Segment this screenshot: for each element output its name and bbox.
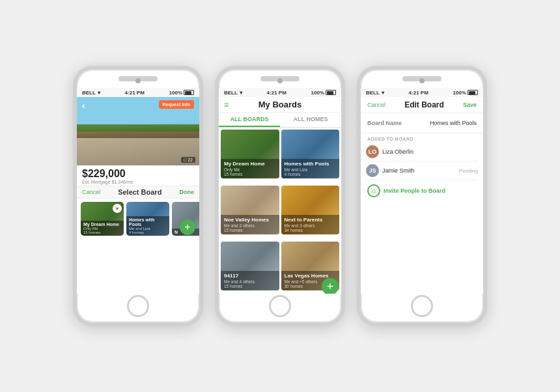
cancel-edit-button[interactable]: Cancel (367, 102, 385, 108)
bc-name-2: Homes with Pools (285, 161, 337, 167)
boards-grid: My Dream Home Only Me 15 homes Homes wit… (219, 128, 341, 294)
battery-2: 100% (311, 90, 324, 96)
bc-name-4: Next to Parents (285, 217, 337, 223)
tab-all-boards[interactable]: ALL BOARDS (219, 113, 280, 127)
bc-sub-3: Me and 2 others (224, 223, 276, 228)
battery-3: 100% (453, 90, 466, 96)
phone-camera-3 (419, 78, 425, 83)
board-small-1[interactable]: My Dream Home Only Me 15 homes ♥ (81, 202, 124, 236)
price: $229,000 (82, 168, 194, 180)
carrier-2: BELL (224, 90, 238, 96)
time-2: 4:21 PM (267, 90, 287, 96)
heart-icon: ♥ (113, 204, 122, 213)
avatar-2-initials: JS (369, 167, 376, 174)
request-info-button[interactable]: Request Info (159, 100, 194, 109)
phone2-header: ≡ My Boards (219, 97, 341, 113)
board-card-2[interactable]: Homes with Pools Me and Liza 4 homes (281, 130, 340, 178)
board-small-2-name: Homes with Pools (129, 217, 167, 227)
member-row-1: LO Liza Oberlin (366, 143, 478, 161)
member-name-1: Liza Oberlin (382, 148, 413, 155)
status-bar-3: BELL ▾ 4:21 PM 100% (361, 88, 483, 97)
hamburger-menu[interactable]: ≡ (224, 100, 229, 109)
invite-text: Invite People to Board (384, 188, 445, 194)
board-card-3[interactable]: Noe Valley Homes Me and 2 others 15 home… (221, 186, 279, 234)
member-row-2: JS Jamie Smith Pending (366, 161, 478, 180)
avatar-1-initials: LO (369, 148, 377, 155)
bc-name-5: 94117 (224, 273, 276, 279)
photo-count: □ 22 (181, 157, 195, 163)
phone-screen-3: BELL ▾ 4:21 PM 100% Cancel Edit Board Sa… (361, 88, 483, 294)
bc-homes-4: 34 homes (285, 228, 337, 232)
battery-icon-3 (468, 90, 478, 95)
avatar-1: LO (366, 145, 379, 158)
board-name-section: Board Name Homes with Pools (361, 113, 483, 133)
phones-container: BELL ▾ 4:21 PM 100% ‹ Request Info □ 22 … (73, 66, 487, 326)
bc-sub-5: Me and 4 others (224, 279, 276, 284)
bc-sub-4: Me and 3 others (285, 223, 337, 228)
cancel-select-board[interactable]: Cancel (82, 189, 100, 195)
board-card-3-overlay: Noe Valley Homes Me and 2 others 15 home… (221, 215, 279, 234)
member-name-2: Jamie Smith (382, 167, 415, 174)
board-card-1-overlay: My Dream Home Only Me 15 homes (221, 159, 279, 178)
edit-board-title: Edit Board (404, 100, 444, 109)
board-card-2-overlay: Homes with Pools Me and Liza 4 homes (281, 159, 340, 178)
bc-sub-1: Only Me (224, 167, 276, 172)
board-card-1[interactable]: My Dream Home Only Me 15 homes (221, 130, 279, 178)
time-3: 4:21 PM (409, 90, 428, 96)
battery-icon-2 (326, 90, 336, 95)
board-small-1-homes: 15 homes (83, 231, 121, 234)
bc-name-1: My Dream Home (224, 161, 276, 167)
bc-homes-3: 15 homes (224, 228, 276, 232)
bc-homes-1: 15 homes (224, 172, 276, 176)
price-section: $229,000 Est. Mortgage $1,346/mo (77, 165, 199, 186)
board-small-2[interactable]: Homes with Pools Me and Liza 4 homes (126, 202, 169, 236)
battery-1: 100% (169, 90, 182, 96)
status-bar-1: BELL ▾ 4:21 PM 100% (77, 88, 199, 97)
select-board-header: Cancel Select Board Done (77, 186, 199, 199)
edit-board-header: Cancel Edit Board Save (361, 97, 483, 113)
my-boards-title: My Boards (259, 100, 301, 109)
invite-row[interactable]: ☺ Invite People to Board (361, 180, 483, 201)
phone-1: BELL ▾ 4:21 PM 100% ‹ Request Info □ 22 … (73, 66, 203, 326)
phone-3: BELL ▾ 4:21 PM 100% Cancel Edit Board Sa… (357, 66, 487, 326)
board-card-4[interactable]: Next to Parents Me and 3 others 34 homes (281, 186, 340, 234)
phone-screen-2: BELL ▾ 4:21 PM 100% ≡ My Boards ALL BOAR… (219, 88, 341, 294)
board-card-5-overlay: 94117 Me and 4 others 15 homes (221, 271, 279, 290)
wifi-2: ▾ (240, 90, 242, 96)
tab-all-homes[interactable]: ALL HOMES (280, 113, 341, 127)
back-button[interactable]: ‹ (82, 100, 85, 111)
battery-icon-1 (184, 90, 194, 95)
board-card-4-overlay: Next to Parents Me and 3 others 34 homes (281, 215, 340, 234)
board-small-1-info: My Dream Home Only Me 15 homes (81, 221, 124, 236)
board-small-2-homes: 4 homes (129, 231, 167, 234)
board-name-value[interactable]: Homes with Pools (430, 120, 477, 126)
carrier-1: BELL (82, 90, 96, 96)
add-board-button-small[interactable]: + (180, 219, 195, 235)
board-name-label: Board Name (367, 120, 402, 126)
done-button[interactable]: Done (179, 189, 194, 195)
mortgage: Est. Mortgage $1,346/mo (82, 180, 194, 184)
board-card-5[interactable]: 94117 Me and 4 others 15 homes (221, 242, 279, 290)
carrier-3: BELL (366, 90, 380, 96)
wifi-1: ▾ (98, 90, 100, 96)
status-bar-2: BELL ▾ 4:21 PM 100% (219, 88, 341, 97)
phone-screen-1: BELL ▾ 4:21 PM 100% ‹ Request Info □ 22 … (77, 88, 199, 294)
phone-2: BELL ▾ 4:21 PM 100% ≡ My Boards ALL BOAR… (215, 66, 345, 326)
added-to-board-label: ADDED TO BOARD (361, 133, 483, 143)
bc-homes-5: 15 homes (224, 284, 276, 288)
phone-camera-2 (277, 78, 283, 83)
boards-grid-small: My Dream Home Only Me 15 homes ♥ Homes w… (77, 199, 199, 239)
add-board-button[interactable]: + (322, 278, 339, 294)
bc-sub-2: Me and Liza (285, 167, 337, 172)
bc-name-3: Noe Valley Homes (224, 217, 276, 223)
board-name-row: Board Name Homes with Pools (367, 117, 477, 129)
tabs-row: ALL BOARDS ALL HOMES (219, 113, 341, 128)
time-1: 4:21 PM (125, 90, 145, 96)
member-status-2: Pending (459, 168, 478, 174)
save-button[interactable]: Save (463, 102, 477, 108)
board-small-2-info: Homes with Pools Me and Liza 4 homes (126, 216, 169, 236)
avatar-2: JS (366, 164, 379, 177)
bc-homes-2: 4 homes (285, 172, 337, 176)
invite-icon: ☺ (367, 184, 380, 197)
select-board-title: Select Board (118, 188, 161, 196)
